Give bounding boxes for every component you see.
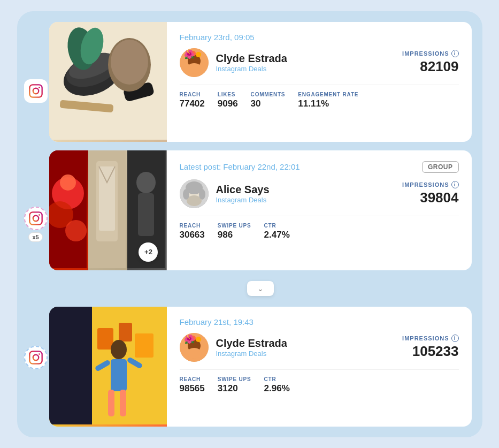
stat-reach-2: REACH 30663	[180, 223, 205, 240]
image-slot-2-1	[49, 150, 88, 270]
image-slot-2-3: +2	[127, 150, 166, 270]
clyde-avatar-1	[180, 48, 209, 77]
influencer-deal-1: Instagram Deals	[216, 65, 395, 73]
svg-point-30	[60, 174, 76, 191]
impressions-block-2: IMPRESSIONS i 39804	[402, 181, 458, 206]
influencer-row-1: Clyde Estrada Instagram Deals IMPRESSION…	[180, 48, 459, 85]
influencer-name-2: Alice Says	[216, 184, 395, 196]
card-image-3	[49, 307, 167, 427]
svg-point-41	[183, 189, 189, 200]
svg-point-29	[65, 220, 87, 241]
card-content-2: Latest post: February 22nd, 22:01 GROUP	[167, 150, 472, 270]
svg-rect-50	[108, 390, 114, 416]
svg-point-21	[187, 63, 202, 74]
svg-rect-46	[119, 323, 132, 341]
svg-point-4	[33, 215, 39, 221]
svg-rect-45	[97, 328, 113, 350]
svg-point-23	[190, 51, 196, 56]
expand-button[interactable]: ⌄	[247, 281, 274, 296]
stat-swipeups-2: SWIPE UPS 986	[218, 223, 251, 240]
sidebar-item-instagram-1[interactable]	[24, 79, 48, 103]
stat-ctr-2: CTR 2.47%	[264, 223, 290, 240]
svg-rect-6	[29, 351, 42, 363]
svg-point-24	[196, 52, 201, 57]
slot-svg-1	[49, 150, 87, 268]
svg-point-5	[39, 214, 40, 216]
influencer-row-2: Alice Says Instagram Deals IMPRESSIONS i…	[180, 179, 459, 216]
impressions-value-1: 82109	[420, 58, 458, 75]
stat-likes-1: LIKES 9096	[218, 92, 238, 109]
svg-point-25	[189, 52, 192, 55]
reach-label-3: REACH	[180, 376, 205, 382]
impressions-info-icon-2[interactable]: i	[451, 181, 459, 188]
stat-swipeups-3: SWIPE UPS 3120	[218, 376, 251, 394]
svg-rect-51	[120, 390, 126, 416]
likes-value-1: 9096	[218, 98, 238, 109]
ctr-value-2: 2.47%	[264, 230, 290, 240]
reach-value-1: 77402	[180, 98, 205, 109]
svg-point-42	[199, 189, 205, 200]
svg-point-48	[111, 340, 127, 359]
influencer-name-1: Clyde Estrada	[216, 52, 395, 65]
swipeups-label-2: SWIPE UPS	[218, 223, 251, 229]
stats-row-1: REACH 77402 LIKES 9096 COMMENTS 30 ENGAG…	[180, 92, 459, 109]
stat-reach-3: REACH 98565	[180, 376, 205, 394]
ctr-label-3: CTR	[264, 376, 290, 382]
reach-value-3: 98565	[180, 383, 205, 394]
impressions-info-icon-1[interactable]: i	[451, 50, 459, 57]
sidebar-item-instagram-3[interactable]	[24, 346, 48, 369]
influencer-info-3: Clyde Estrada Instagram Deals	[216, 337, 395, 358]
swipeups-value-2: 986	[218, 230, 251, 240]
cards-container: February 23rd, 09:05	[49, 22, 472, 427]
svg-point-7	[33, 354, 39, 360]
x5-badge: x5	[28, 232, 42, 242]
fashion-flat-image	[49, 22, 167, 140]
avatar-1	[180, 48, 209, 77]
post-date-2: Latest post: February 22nd, 22:01	[180, 162, 300, 171]
post-card-1: February 23rd, 09:05	[49, 22, 472, 142]
post-card-2: +2 Latest post: February 22nd, 22:01 GRO…	[49, 150, 472, 270]
influencer-name-3: Clyde Estrada	[216, 337, 395, 350]
svg-rect-43	[49, 307, 92, 424]
stat-reach-1: REACH 77402	[180, 92, 205, 109]
instagram-icon-3	[28, 350, 43, 365]
card-header-2: Latest post: February 22nd, 22:01 GROUP	[180, 161, 459, 173]
card-image-1	[49, 22, 167, 142]
avatar-3	[180, 333, 209, 362]
svg-rect-47	[135, 333, 153, 358]
fashion-street-image	[49, 307, 167, 424]
plus-badge-2: +2	[139, 242, 158, 262]
group-tag-2[interactable]: GROUP	[422, 161, 459, 173]
svg-rect-33	[99, 166, 115, 231]
svg-point-58	[190, 336, 196, 341]
impressions-block-1: IMPRESSIONS i 82109	[402, 50, 458, 75]
svg-point-59	[196, 337, 201, 342]
svg-rect-3	[29, 212, 42, 224]
clyde-avatar-2	[180, 333, 209, 362]
swipeups-value-3: 3120	[218, 383, 251, 394]
engagement-label-1: ENGAGEMENT RATE	[298, 92, 358, 97]
influencer-row-3: Clyde Estrada Instagram Deals IMPRESSION…	[180, 333, 459, 370]
impressions-info-icon-3[interactable]: i	[451, 335, 459, 342]
impressions-label-3: IMPRESSIONS i	[402, 335, 458, 342]
swipeups-label-3: SWIPE UPS	[218, 376, 251, 382]
sidebar-item-instagram-2[interactable]	[24, 207, 48, 230]
comments-value-1: 30	[251, 98, 286, 109]
comments-label-1: COMMENTS	[251, 92, 286, 97]
ctr-label-2: CTR	[264, 223, 290, 229]
svg-point-35	[136, 172, 156, 193]
reach-label-1: REACH	[180, 92, 205, 97]
influencer-info-1: Clyde Estrada Instagram Deals	[216, 52, 395, 73]
svg-point-1	[33, 88, 39, 94]
slot-svg-2	[88, 150, 126, 268]
reach-value-2: 30663	[180, 230, 205, 240]
engagement-value-1: 11.11%	[298, 98, 358, 109]
card-content-3: February 21st, 19:43	[167, 307, 472, 427]
impressions-value-3: 105233	[412, 343, 459, 360]
alice-avatar	[180, 179, 209, 208]
influencer-deal-2: Instagram Deals	[216, 196, 395, 204]
svg-point-18	[111, 40, 148, 85]
post-date-1: February 23rd, 09:05	[180, 33, 255, 42]
post-date-3: February 21st, 19:43	[180, 317, 254, 326]
card-header-3: February 21st, 19:43	[180, 317, 459, 326]
